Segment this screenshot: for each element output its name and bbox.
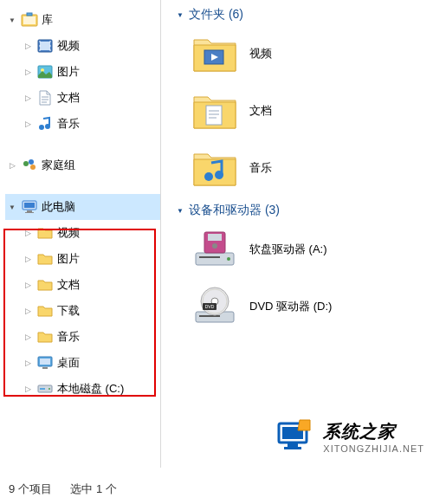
tree-node-pc-pictures[interactable]: 图片 [5, 246, 160, 272]
svg-point-37 [204, 172, 213, 181]
expand-arrow-icon[interactable] [23, 332, 33, 342]
expand-arrow-icon[interactable] [23, 358, 33, 368]
svg-point-18 [23, 161, 29, 166]
computer-icon [21, 198, 38, 216]
tree-label: 视频 [57, 225, 80, 241]
svg-point-17 [45, 124, 50, 129]
expand-arrow-icon[interactable] [23, 41, 33, 51]
tree-node-pc-music[interactable]: 音乐 [5, 324, 160, 350]
svg-point-9 [49, 45, 51, 47]
tree-label: 本地磁盘 (C:) [57, 381, 124, 397]
svg-rect-23 [27, 210, 32, 212]
folder-icon [36, 276, 54, 294]
tree-label: 此电脑 [42, 199, 75, 215]
folder-document-icon [192, 88, 237, 133]
tree-node-videos[interactable]: 视频 [5, 33, 160, 59]
svg-point-44 [212, 243, 217, 249]
folder-label: 文档 [249, 103, 272, 119]
status-bar: 9 个项目 选中 1 个 [9, 481, 132, 497]
svg-point-16 [39, 125, 44, 130]
expand-arrow-icon[interactable] [23, 306, 33, 316]
tree-label: 文档 [57, 277, 80, 293]
section-title: 文件夹 (6) [189, 7, 243, 23]
svg-rect-43 [208, 234, 222, 241]
desktop-icon [36, 354, 54, 372]
tree-node-pc-documents[interactable]: 文档 [5, 272, 160, 298]
device-floppy[interactable]: 软盘驱动器 (A:) [175, 227, 433, 272]
tree-node-thispc[interactable]: 此电脑 [5, 194, 160, 220]
document-icon [36, 89, 54, 107]
svg-point-8 [49, 41, 51, 42]
expand-arrow-icon[interactable] [7, 15, 17, 25]
svg-rect-40 [199, 256, 220, 258]
expand-arrow-icon[interactable] [23, 228, 33, 238]
device-dvd[interactable]: DVD DVD 驱动器 (D:) [175, 284, 433, 329]
expand-arrow-icon[interactable] [23, 119, 33, 129]
svg-rect-4 [40, 42, 50, 50]
svg-rect-2 [27, 13, 32, 16]
folder-icon [36, 224, 54, 242]
picture-icon [36, 63, 54, 81]
svg-rect-26 [40, 359, 50, 365]
tree-label: 图片 [57, 251, 80, 267]
expand-arrow-icon[interactable] [7, 160, 17, 171]
svg-point-10 [49, 49, 51, 51]
collapse-arrow-icon[interactable] [175, 10, 185, 20]
folder-label: 视频 [249, 46, 272, 61]
tree-label: 家庭组 [42, 158, 75, 173]
svg-rect-24 [25, 212, 34, 213]
expand-arrow-icon[interactable] [7, 202, 17, 212]
expand-arrow-icon[interactable] [23, 254, 33, 264]
tree-node-pc-downloads[interactable]: 下载 [5, 298, 160, 324]
dvd-drive-icon: DVD [192, 284, 237, 329]
floppy-drive-icon [192, 227, 237, 272]
tree-node-documents[interactable]: 文档 [5, 85, 160, 111]
expand-arrow-icon[interactable] [23, 384, 33, 394]
svg-text:DVD: DVD [205, 304, 215, 309]
expand-arrow-icon[interactable] [23, 280, 33, 290]
svg-point-38 [215, 171, 223, 179]
folder-documents[interactable]: 文档 [175, 88, 433, 133]
svg-rect-27 [42, 367, 48, 369]
expand-arrow-icon[interactable] [23, 67, 33, 77]
tree-label: 音乐 [57, 116, 80, 132]
section-folders-header[interactable]: 文件夹 (6) [175, 7, 433, 23]
library-icon [21, 11, 38, 29]
svg-rect-22 [24, 203, 35, 208]
music-icon [36, 115, 54, 132]
folder-music-icon [192, 145, 237, 191]
navigation-tree: 库 视频 图片 文档 音 [0, 0, 160, 468]
svg-point-7 [39, 49, 41, 51]
homegroup-icon [21, 157, 38, 174]
status-selected-count: 选中 1 个 [70, 482, 116, 495]
svg-rect-33 [206, 106, 222, 125]
folder-video-icon [192, 31, 237, 76]
tree-label: 桌面 [57, 355, 80, 371]
video-icon [36, 37, 54, 55]
tree-label: 库 [42, 12, 53, 28]
svg-point-41 [227, 257, 230, 261]
content-pane: 文件夹 (6) 视频 文档 音乐 设备和驱动器 (3) [161, 0, 433, 468]
svg-rect-1 [23, 16, 36, 24]
tree-node-desktop[interactable]: 桌面 [5, 350, 160, 376]
folder-label: 音乐 [249, 160, 272, 176]
tree-node-pictures[interactable]: 图片 [5, 59, 160, 85]
tree-label: 音乐 [57, 329, 80, 345]
device-label: 软盘驱动器 (A:) [249, 242, 327, 257]
tree-node-localdisk[interactable]: 本地磁盘 (C:) [5, 376, 160, 402]
tree-node-music[interactable]: 音乐 [5, 111, 160, 137]
svg-point-20 [30, 165, 36, 170]
section-devices-header[interactable]: 设备和驱动器 (3) [175, 203, 433, 218]
folder-music[interactable]: 音乐 [175, 145, 433, 191]
tree-label: 下载 [57, 303, 80, 319]
tree-node-homegroup[interactable]: 家庭组 [5, 152, 160, 178]
expand-arrow-icon[interactable] [23, 93, 33, 103]
folder-videos[interactable]: 视频 [175, 31, 433, 76]
svg-point-19 [29, 159, 34, 165]
drive-icon [36, 380, 54, 397]
tree-node-library[interactable]: 库 [5, 7, 160, 33]
folder-icon [36, 250, 54, 268]
tree-label: 图片 [57, 64, 80, 80]
tree-node-pc-videos[interactable]: 视频 [5, 220, 160, 246]
collapse-arrow-icon[interactable] [175, 205, 185, 216]
